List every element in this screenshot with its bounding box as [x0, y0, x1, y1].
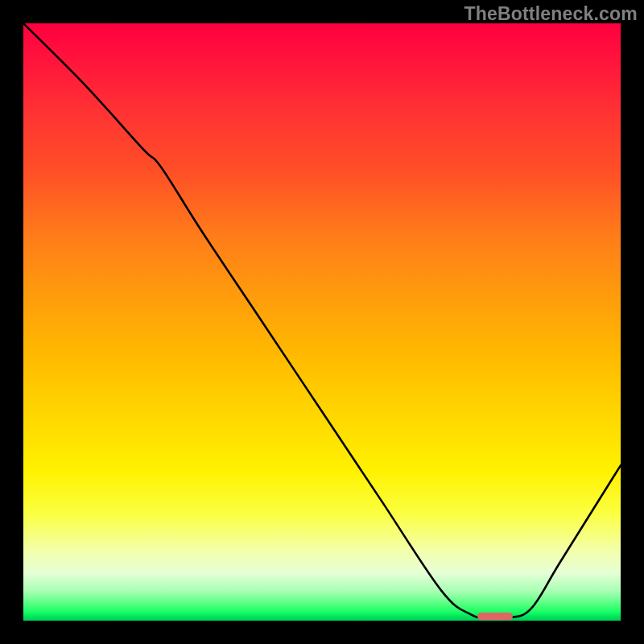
chart-frame: TheBottleneck.com — [0, 0, 644, 644]
bottleneck-curve — [23, 23, 621, 621]
watermark-text: TheBottleneck.com — [464, 3, 638, 25]
plot-area — [23, 23, 621, 621]
optimum-marker — [477, 613, 514, 620]
